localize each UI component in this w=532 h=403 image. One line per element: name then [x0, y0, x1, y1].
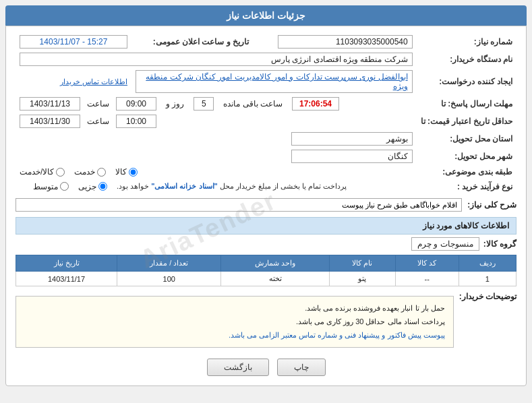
sharh-input[interactable] [16, 198, 462, 212]
desc-label: توضیحات خریدار: [459, 292, 516, 301]
shahr-label: شهر محل تحویل: [417, 148, 516, 165]
radio-motevaset[interactable]: متوسط [33, 182, 69, 191]
desc-line2: پرداخت اسناد مالی حداقل 30 روز کاری می ب… [24, 315, 445, 329]
group-kala-label: گروه کالا: [483, 239, 516, 249]
ijad-konande-label: ایجاد کننده درخواست: [417, 68, 516, 95]
mohlat-ersal-baqi-value: 17:06:54 [292, 97, 339, 111]
nooe-farayand-label: نوع فرآیند خرید : [417, 179, 516, 194]
info-table: شماره نیاز: 1103093035000540 تاریخ و ساع… [16, 33, 516, 194]
ijad-konande-value: ابوالفضل نوری سرپرست تدارکات و امور کالا… [136, 70, 413, 93]
radio-motevaset-label: متوسط [33, 182, 58, 191]
mohlat-ersal-saat-label: ساعت [87, 99, 109, 108]
tarikh-value: 1403/11/07 - 15:27 [20, 35, 127, 49]
ostan-value: بوشهر [291, 132, 413, 146]
col-header-4: تعداد / مقدار [117, 255, 221, 272]
hadaqal-tarikh-date: 1403/11/30 [20, 115, 80, 128]
mohlat-ersal-date: 1403/11/13 [20, 97, 80, 111]
radio-jozi-label: جزیی [78, 182, 96, 191]
radio-kala-khadamat-label: کالا/خدمت [20, 167, 54, 177]
table-row: 1--پتوتخته1001403/11/17 [16, 272, 516, 286]
radio-kala[interactable]: کالا [115, 167, 138, 177]
mohlat-ersal-rooz-label: روز و [166, 99, 184, 108]
shahr-value: کنگان [291, 150, 413, 163]
tabaghebandi-label: طبقه بندی موضوعی: [417, 165, 516, 179]
col-header-5: تاریخ نیاز [16, 255, 117, 272]
hadaqal-tarikh-label: حداقل تاریخ اعتبار قیمت: تا [417, 113, 516, 130]
mohlat-ersal-label: مهلت ارسال پاسخ: تا [417, 95, 516, 113]
sharh-label: شرح کلی نیاز: [467, 200, 516, 210]
radio-kala-input[interactable] [129, 168, 138, 177]
nam-dastgah-label: نام دستگاه خریدار: [417, 51, 516, 68]
col-header-0: ردیف [459, 255, 516, 272]
radio-khadamat-input[interactable] [97, 168, 106, 177]
goods-section-header: اطلاعات کالاهای مورد نیاز [16, 217, 516, 235]
radio-khadamat-label: خدمت [74, 167, 95, 177]
mohlat-ersal-baqi-label: ساعت باقی مانده [223, 99, 283, 108]
ostan-label: استان محل تحویل: [417, 130, 516, 148]
desc-line1: حمل بار تا انبار بعهده فروشنده برنده می … [24, 302, 445, 315]
radio-kala-khadamat-input[interactable] [56, 168, 65, 177]
nam-dastgah-value: شرکت منطقه ویژه اقتصادی انرژی پارس [20, 53, 413, 66]
note-text-2: "اسناد خزانه اسلامی" [151, 182, 218, 190]
mohlat-ersal-rooz-value: 5 [194, 97, 214, 111]
radio-khadamat[interactable]: خدمت [74, 167, 106, 177]
note-text-1: پرداخت تمام یا بخشی از مبلغ خریدار محل [220, 182, 347, 190]
radio-jozi[interactable]: جزیی [78, 182, 107, 191]
nooe-farayand-radiogroup: متوسط جزیی [33, 182, 107, 191]
tabaghebandi-radiogroup: کالا/خدمت خدمت کالا [20, 167, 413, 177]
ettelaat-tamas-link[interactable]: اطلاعات تماس خریدار [60, 78, 127, 86]
group-kala-row: گروه کالا: منسوجات و چرم [16, 237, 516, 251]
btn-chap[interactable]: چاپ [277, 359, 326, 376]
col-header-1: کد کالا [395, 255, 459, 272]
shomare-niaz-value: 1103093035000540 [278, 35, 413, 49]
btn-bazgasht[interactable]: بازگشت [207, 359, 269, 376]
mohlat-ersal-saat-value: 09:00 [116, 97, 156, 111]
page-title: جزئیات اطلاعات نیاز [5, 5, 527, 26]
radio-kala-label: کالا [115, 167, 127, 177]
nooe-farayand-note: پرداخت تمام یا بخشی از مبلغ خریدار محل "… [117, 181, 347, 192]
desc-line3: پیوست پیش فاکتور و پیشنهاد فنی و شماره ت… [24, 329, 445, 342]
shomare-niaz-label: شماره نیاز: [417, 33, 516, 51]
col-header-3: واحد شمارش [221, 255, 329, 272]
goods-table: ردیفکد کالانام کالاواحد شمارشتعداد / مقد… [16, 255, 516, 286]
radio-jozi-input[interactable] [98, 182, 107, 191]
sharh-row: شرح کلی نیاز: [16, 198, 516, 212]
hadaqal-tarikh-saat-label: ساعت [87, 117, 109, 126]
group-kala-value: منسوجات و چرم [411, 237, 479, 251]
note-text-3: خواهد بود. [117, 182, 149, 190]
btn-row: چاپ بازگشت [16, 359, 516, 376]
tarikh-label: تاریخ و ساعت اعلان عمومی: [131, 33, 253, 51]
col-header-2: نام کالا [329, 255, 395, 272]
hadaqal-tarikh-saat-value: 10:00 [116, 115, 156, 128]
radio-kala-khadamat[interactable]: کالا/خدمت [20, 167, 65, 177]
desc-box: حمل بار تا انبار بعهده فروشنده برنده می … [16, 296, 454, 348]
radio-motevaset-input[interactable] [60, 182, 69, 191]
